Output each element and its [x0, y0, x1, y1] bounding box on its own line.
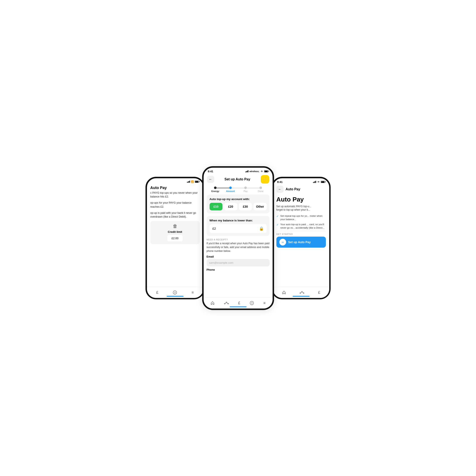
step-amount-dot	[229, 187, 232, 189]
left-nav-wallet[interactable]: £	[156, 290, 158, 295]
step-amount-label: Amount	[226, 190, 235, 192]
svg-point-2	[262, 172, 262, 172]
right-big-title: Auto Pay	[276, 196, 326, 203]
center-time: 9:41	[208, 170, 213, 173]
right-phone: 9:41 ← Auto Pay	[272, 177, 331, 299]
step-pay-label: Pay	[244, 190, 248, 192]
svg-point-4	[226, 302, 227, 303]
amount-30-button[interactable]: £30	[239, 203, 252, 210]
right-wifi-icon	[317, 181, 320, 183]
step-pay: Pay	[238, 187, 253, 192]
center-status-bar: 9:41 wireless;	[204, 168, 272, 174]
center-battery-icon	[264, 170, 268, 172]
center-nav-menu[interactable]: ≡	[263, 301, 266, 305]
center-page-title: Set up Auto Pay	[224, 177, 250, 181]
get-started-label: GET STARTED	[276, 233, 326, 235]
check-text-1: Set repeat top-ups for yo... meter when …	[280, 214, 326, 221]
center-back-button[interactable]: ←	[207, 176, 214, 183]
right-back-button[interactable]: ←	[276, 186, 284, 193]
step-energy: Energy	[208, 187, 223, 192]
email-placeholder: sam@example.com	[209, 261, 234, 264]
lightning-button[interactable]: ⚡	[261, 175, 269, 184]
right-status-bar: 9:41	[273, 178, 329, 184]
check-icon-2: ✓	[276, 223, 279, 227]
amount-other-button[interactable]: Other	[254, 203, 267, 210]
right-header-title: Auto Pay	[286, 187, 300, 191]
svg-line-6	[225, 303, 226, 304]
phone-label: Phone	[207, 268, 270, 271]
receipt-section: NEED A RECEIPT? If you'd like a receipt …	[204, 237, 272, 272]
left-desc3: op-up is paid with your bank ll never go…	[150, 211, 200, 219]
wifi-icon: 📶	[191, 180, 194, 183]
balance-section: When my balance is lower than: £2 🔒	[207, 216, 270, 236]
svg-line-7	[227, 303, 228, 304]
balance-value: £2	[213, 227, 216, 230]
left-status-bar: 📶	[147, 178, 203, 184]
step-done: Done	[253, 187, 268, 192]
right-nav-header: ← Auto Pay	[273, 184, 329, 194]
right-nav-wallet[interactable]: £	[318, 290, 320, 295]
svg-point-3	[224, 303, 225, 304]
svg-line-15	[302, 292, 303, 293]
email-input[interactable]: sam@example.com	[207, 259, 270, 266]
center-nav-help[interactable]: ?	[250, 301, 254, 305]
topup-title: Auto top-up my account with:	[210, 198, 267, 201]
email-label: Email	[207, 255, 270, 258]
svg-point-5	[228, 303, 229, 304]
svg-point-11	[300, 293, 301, 293]
left-nav-help[interactable]: ?	[173, 290, 177, 295]
credit-card: 🗑 Credit limit £2.00	[150, 221, 200, 244]
left-bottom-nav: £ ? ≡	[147, 287, 203, 298]
step-pay-dot	[244, 187, 247, 189]
step-energy-dot	[214, 187, 217, 189]
amount-20-button[interactable]: £20	[224, 203, 237, 210]
battery-icon	[195, 181, 199, 183]
left-page-title: Auto Pay	[147, 184, 203, 191]
right-nav-home[interactable]	[282, 290, 286, 295]
center-bottom-nav: £ ? ≡	[204, 298, 272, 308]
lock-icon: 🔒	[259, 226, 264, 231]
setup-autopay-button[interactable]: ∞ Set up Auto Pay	[276, 237, 326, 248]
center-nav-graph[interactable]	[224, 302, 229, 305]
left-phone: 📶 Auto Pay c PAYG top-ups so you never w…	[146, 177, 205, 299]
trash-icon[interactable]: 🗑	[173, 223, 177, 229]
right-bottom-indicator	[293, 296, 310, 297]
center-bottom-indicator	[230, 306, 247, 307]
center-phone: 9:41 wireless;	[202, 166, 274, 310]
right-nav-graph[interactable]	[300, 291, 304, 294]
setup-btn-text: Set up Auto Pay	[288, 240, 311, 244]
divider	[276, 231, 326, 231]
left-nav-menu[interactable]: ≡	[192, 290, 194, 295]
left-body: c PAYG top-ups so you never when your ba…	[147, 191, 203, 298]
right-bottom-nav: £	[273, 287, 329, 298]
svg-line-14	[301, 292, 302, 293]
balance-display: £2 🔒	[210, 224, 267, 233]
credit-label: Credit limit	[168, 230, 182, 234]
step-amount: Amount	[223, 187, 238, 192]
check-item-2: ✓ Your auto top-up is paid ... card, so …	[276, 223, 326, 229]
receipt-desc: If you'd like a receipt when your Auto P…	[207, 241, 270, 253]
left-desc2: op-ups for your PAYG your balance reache…	[150, 201, 200, 209]
left-desc1: c PAYG top-ups so you never when your ba…	[150, 191, 200, 199]
stepper: Energy Amount Pay Done	[204, 185, 272, 193]
topup-section: Auto top-up my account with: £10 £20 £30…	[207, 195, 270, 213]
center-nav-wallet[interactable]: £	[238, 301, 240, 305]
center-nav-home[interactable]	[210, 301, 215, 305]
right-desc: Set up automatic PAYG top-u...forget to …	[276, 205, 326, 212]
svg-text:?: ?	[174, 291, 176, 294]
left-bottom-indicator	[167, 296, 184, 297]
credit-amount: £2.00	[167, 235, 183, 242]
step-energy-label: Energy	[211, 190, 219, 192]
check-icon-1: ✓	[276, 214, 279, 218]
check-item-1: ✓ Set repeat top-ups for yo... meter whe…	[276, 214, 326, 221]
balance-title: When my balance is lower than:	[210, 219, 267, 222]
step-done-dot	[259, 187, 262, 189]
amount-10-button[interactable]: £10	[210, 203, 223, 210]
right-body: Auto Pay Set up automatic PAYG top-u...f…	[273, 194, 329, 298]
center-nav-header: ← Set up Auto Pay ⚡	[204, 174, 272, 185]
svg-point-12	[302, 291, 302, 292]
center-wifi-icon	[260, 170, 263, 172]
amount-options: £10 £20 £30 Other	[210, 203, 267, 210]
svg-text:?: ?	[251, 302, 253, 305]
center-wifi-icon: wireless;	[249, 170, 259, 172]
